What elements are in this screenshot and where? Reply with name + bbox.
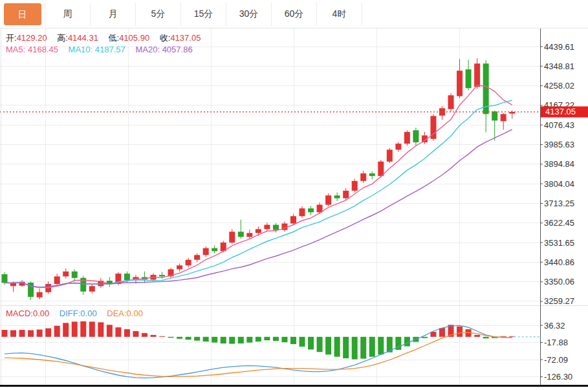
tab-60min[interactable]: 60分	[272, 3, 317, 26]
price-axis-label: 4076.43	[544, 120, 574, 130]
candle-body	[474, 63, 480, 87]
macd-bar	[378, 337, 384, 354]
macd-bar	[194, 337, 200, 341]
candle-body	[10, 283, 16, 287]
macd-bar	[28, 330, 34, 337]
macd-bar	[273, 337, 279, 341]
macd-bar	[98, 322, 103, 336]
macd-bar	[474, 335, 480, 337]
candle-body	[54, 276, 60, 284]
tab-15min[interactable]: 15分	[181, 3, 226, 26]
macd-bar	[229, 337, 235, 344]
candle-body	[308, 208, 314, 212]
macd-axis-label: 36.32	[544, 321, 565, 330]
macd-bar	[325, 337, 331, 354]
macd-bar	[264, 337, 270, 340]
price-axis-label: 3531.65	[544, 238, 574, 248]
candle-body	[404, 132, 410, 144]
price-axis-label: 3350.06	[544, 277, 574, 287]
candle-body	[194, 255, 200, 259]
macd-bar	[352, 337, 358, 360]
tab-day[interactable]: 日	[0, 3, 45, 26]
candle-body	[325, 195, 331, 204]
tab-5min[interactable]: 5分	[136, 3, 181, 26]
macd-bar	[246, 337, 252, 343]
macd-bar	[203, 337, 209, 341]
candle-body	[369, 173, 375, 176]
price-axis-label: 4439.61	[544, 42, 574, 52]
macd-axis-label: -126.30	[544, 372, 572, 382]
price-axis-label: 4348.81	[544, 61, 574, 71]
bottom-border	[0, 385, 588, 387]
macd-bar	[115, 327, 121, 337]
candle-body	[466, 69, 472, 88]
candle-body	[256, 229, 261, 233]
macd-axis-label: -72.09	[544, 355, 568, 365]
candle-body	[317, 205, 323, 213]
candle-body	[360, 173, 366, 181]
candle-body	[159, 275, 165, 276]
macd-bar	[107, 325, 113, 337]
tab-month[interactable]: 月	[91, 3, 136, 26]
macd-bar	[2, 330, 8, 337]
macd-bar	[290, 337, 296, 344]
macd-bar	[221, 337, 226, 343]
macd-bar	[334, 337, 340, 357]
candle-body	[457, 70, 463, 96]
candle-body	[212, 248, 217, 252]
candle-body	[186, 260, 191, 266]
price-axis-label: 3804.04	[544, 179, 574, 189]
price-axis-label: 4258.02	[544, 81, 574, 91]
macd-bar	[72, 321, 78, 336]
macd-bar	[238, 337, 244, 343]
ma20-line	[5, 129, 512, 287]
candle-body	[343, 191, 349, 199]
macd-bar	[159, 336, 165, 337]
macd-bar	[133, 331, 138, 337]
macd-bar	[343, 337, 349, 358]
tab-week[interactable]: 周	[45, 3, 91, 26]
macd-bar	[212, 337, 217, 343]
tab-4hour[interactable]: 4时	[317, 3, 362, 26]
ma5-line	[5, 85, 512, 288]
macd-bar	[151, 335, 157, 337]
tab-30min[interactable]: 30分	[226, 3, 272, 26]
candle-body	[448, 95, 454, 109]
candle-body	[246, 233, 252, 237]
macd-bar	[369, 337, 375, 357]
macd-bar	[404, 337, 410, 347]
macd-bar	[177, 337, 182, 339]
candle-body	[492, 111, 497, 120]
macd-axis-label: -17.88	[544, 338, 568, 347]
candle-body	[334, 195, 340, 198]
candle-body	[501, 114, 506, 121]
macd-bar	[439, 328, 445, 337]
price-axis-label: 3713.25	[544, 199, 574, 208]
interval-tab-bar: 日 周 月 5分 15分 30分 60分 4时	[0, 0, 588, 28]
macd-bar	[37, 330, 43, 337]
candle-body	[264, 225, 270, 230]
trading-chart-widget: 4439.614348.814258.024167.224076.433985.…	[0, 0, 588, 390]
macd-bar	[168, 337, 174, 338]
candle-body	[28, 283, 34, 297]
candle-body	[203, 248, 209, 255]
macd-bar	[317, 337, 323, 352]
price-axis-label: 3622.45	[544, 218, 574, 228]
macd-bar	[142, 333, 147, 337]
macd-bar	[422, 337, 428, 338]
candle-body	[352, 181, 358, 191]
price-axis-label: 3894.84	[544, 159, 574, 169]
price-axis-label: 3259.27	[544, 296, 574, 306]
macd-bar	[256, 337, 261, 341]
macd-bar	[299, 337, 305, 347]
candle-body	[378, 162, 384, 176]
candle-body	[299, 208, 305, 216]
candle-body	[395, 144, 401, 149]
macd-bar	[281, 337, 287, 342]
candle-body	[2, 274, 8, 283]
macd-bar	[10, 330, 16, 337]
macd-bar	[124, 329, 130, 337]
candle-body	[290, 216, 296, 223]
candlestick-chart[interactable]: 4439.614348.814258.024167.224076.433985.…	[0, 0, 588, 390]
candle-body	[72, 272, 78, 278]
